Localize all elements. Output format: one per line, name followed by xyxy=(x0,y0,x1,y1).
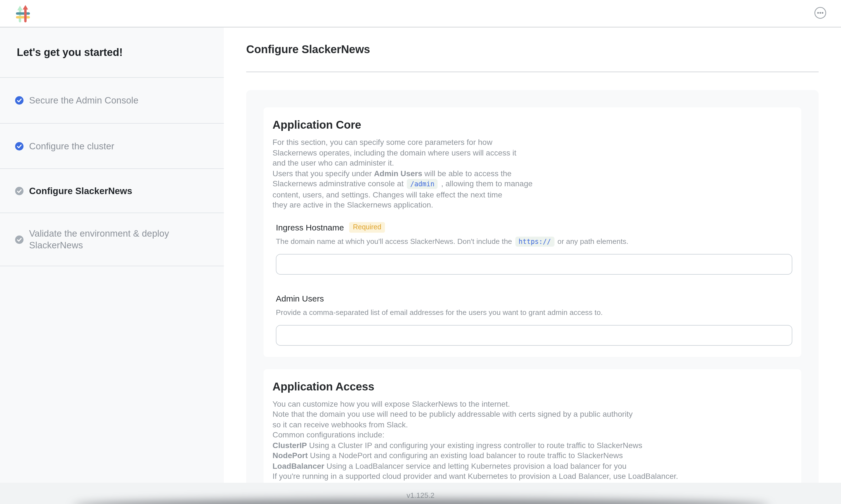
app-window: Let's get you started! Secure the Admin … xyxy=(0,0,841,504)
slackernews-logo-icon xyxy=(16,5,30,24)
page-title: Configure SlackerNews xyxy=(246,42,819,56)
application-access-card: Application Access You can customize how… xyxy=(264,369,801,492)
check-circle-icon xyxy=(15,142,23,150)
check-circle-icon xyxy=(15,96,23,105)
field-label-row: Ingress Hostname Required xyxy=(276,221,792,234)
field-admin-users: Admin Users Provide a comma-separated li… xyxy=(276,292,792,345)
field-label: Admin Users xyxy=(276,294,324,303)
ingress-hostname-input[interactable] xyxy=(276,254,792,274)
admin-users-input[interactable] xyxy=(276,325,792,345)
sidebar-title: Let's get you started! xyxy=(0,28,224,78)
more-menu-button[interactable] xyxy=(814,7,826,19)
ellipsis-icon xyxy=(814,12,826,21)
config-panel: Application Core For this section, you c… xyxy=(246,90,819,504)
field-help: The domain name at which you'll access S… xyxy=(276,236,792,247)
sidebar-step-configure-cluster[interactable]: Configure the cluster xyxy=(0,124,224,169)
footer: v1.125.2 xyxy=(0,483,841,504)
sidebar-step-validate-deploy[interactable]: Validate the environment & deploy Slacke… xyxy=(0,213,224,266)
card-description: For this section, you can specify some c… xyxy=(272,137,792,210)
field-ingress-hostname: Ingress Hostname Required The domain nam… xyxy=(276,221,792,274)
sidebar-step-configure-slackernews[interactable]: Configure SlackerNews xyxy=(0,169,224,213)
step-label: Configure SlackerNews xyxy=(29,185,132,197)
field-help: Provide a comma-separated list of email … xyxy=(276,307,792,318)
check-circle-icon xyxy=(15,186,23,195)
card-title: Application Core xyxy=(272,118,792,132)
card-title: Application Access xyxy=(272,380,792,394)
setup-sidebar: Let's get you started! Secure the Admin … xyxy=(0,28,224,504)
application-core-card: Application Core For this section, you c… xyxy=(264,107,801,357)
card-description: You can customize how you will expose Sl… xyxy=(272,399,792,481)
step-label: Configure the cluster xyxy=(29,140,114,152)
step-label: Validate the environment & deploy Slacke… xyxy=(29,228,169,251)
top-nav xyxy=(0,0,841,28)
field-label: Ingress Hostname xyxy=(276,223,344,232)
title-divider xyxy=(246,72,819,72)
check-circle-icon xyxy=(15,235,23,244)
main-content: Configure SlackerNews Application Core F… xyxy=(224,28,841,504)
field-label-row: Admin Users xyxy=(276,292,792,305)
step-label: Secure the Admin Console xyxy=(29,94,139,106)
required-badge: Required xyxy=(349,222,385,233)
version-label: v1.125.2 xyxy=(407,491,434,499)
sidebar-step-secure-admin-console[interactable]: Secure the Admin Console xyxy=(0,78,224,124)
